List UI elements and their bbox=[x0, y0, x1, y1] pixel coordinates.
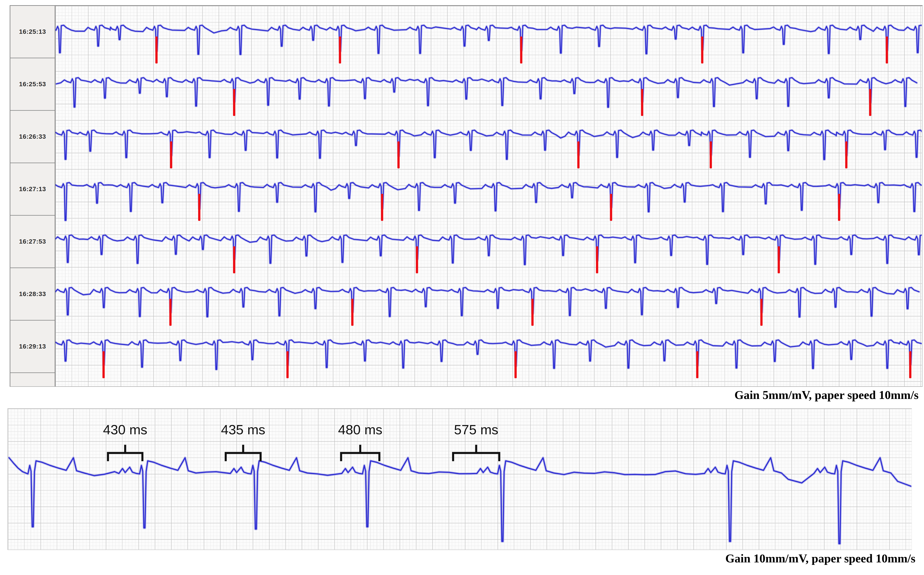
beat-marker bbox=[869, 89, 871, 116]
beat-marker bbox=[156, 37, 157, 64]
beat-marker bbox=[838, 194, 840, 221]
beat-marker bbox=[339, 37, 341, 64]
holter-review-screen: 16:25:13 16:25:53 16:26:33 16:27:13 16:2… bbox=[0, 0, 924, 575]
beat-marker bbox=[514, 351, 517, 378]
beat-marker bbox=[641, 89, 643, 116]
beat-marker bbox=[760, 299, 762, 326]
beat-marker bbox=[710, 141, 712, 168]
top-traces bbox=[46, 25, 924, 378]
ecg-trace-row bbox=[52, 340, 922, 369]
beat-marker bbox=[198, 194, 200, 221]
beat-marker bbox=[520, 37, 522, 64]
interval-bracket bbox=[226, 446, 261, 460]
beat-marker bbox=[233, 246, 235, 273]
beat-marker bbox=[845, 141, 848, 168]
beat-marker bbox=[351, 299, 354, 326]
beat-marker bbox=[696, 351, 699, 378]
ecg-trace-row bbox=[54, 288, 919, 317]
ecg-trace-row bbox=[52, 130, 924, 160]
beat-marker bbox=[886, 37, 888, 64]
ecg-trace-row bbox=[52, 183, 924, 221]
beat-marker bbox=[909, 351, 911, 378]
beat-marker bbox=[397, 141, 400, 168]
beat-marker bbox=[169, 299, 171, 326]
beat-marker bbox=[778, 246, 780, 273]
beat-marker bbox=[286, 351, 289, 378]
interval-bracket bbox=[108, 446, 143, 460]
bottom-trace bbox=[9, 456, 924, 544]
beat-marker bbox=[170, 141, 172, 168]
ecg-trace-svg bbox=[0, 0, 924, 575]
beat-marker bbox=[416, 246, 418, 273]
beat-marker bbox=[233, 89, 235, 116]
beat-marker bbox=[701, 37, 703, 64]
ecg-trace-row bbox=[52, 183, 924, 221]
beat-marker bbox=[577, 141, 579, 168]
beat-marker bbox=[596, 246, 598, 273]
interval-bracket bbox=[341, 446, 379, 460]
beat-marker bbox=[102, 351, 105, 378]
beat-marker bbox=[381, 194, 383, 221]
interval-bracket bbox=[453, 446, 499, 460]
beat-marker bbox=[531, 299, 533, 326]
ecg-trace-row bbox=[52, 130, 924, 160]
beat-marker bbox=[610, 194, 612, 221]
